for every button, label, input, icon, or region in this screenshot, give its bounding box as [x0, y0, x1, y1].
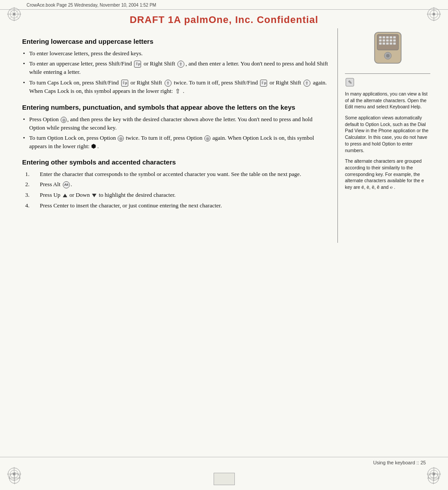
svg-rect-36	[386, 42, 389, 45]
right-shift-icon: ⇧	[177, 61, 184, 68]
list-item: Press Option ◎, and then press the key w…	[22, 115, 329, 132]
right-shift-icon-2: ⇧	[165, 80, 172, 87]
list-item: Enter the character that corresponds to …	[31, 170, 329, 179]
svg-rect-38	[393, 42, 396, 45]
sidebar-note-1: In many applications, you can view a lis…	[345, 91, 430, 110]
sidebar-note-2: Some application views automatically def…	[345, 115, 430, 153]
section-heading-lowercase: Entering lowercase and uppercase letters	[22, 37, 329, 46]
top-meta-text: CrowAce.book Page 25 Wednesday, November…	[27, 3, 156, 8]
arrow-down-icon	[92, 194, 96, 197]
device-svg	[370, 30, 406, 65]
page: CrowAce.book Page 25 Wednesday, November…	[0, 0, 448, 490]
svg-rect-27	[390, 36, 392, 38]
svg-rect-25	[383, 36, 385, 38]
bottom-page-number: 25	[421, 460, 426, 465]
svg-rect-28	[393, 36, 396, 38]
svg-rect-34	[379, 42, 382, 45]
svg-rect-29	[379, 39, 382, 42]
shift-find-icon-2: ⇧p	[121, 80, 128, 87]
svg-text:✎: ✎	[348, 80, 352, 85]
lowercase-bullets: To enter lowercase letters, press the de…	[22, 50, 329, 96]
svg-rect-26	[386, 36, 389, 38]
corner-ornament-bl	[6, 466, 22, 484]
section-heading-symbols: Entering numbers, punctuation, and symbo…	[22, 103, 329, 112]
svg-rect-35	[383, 42, 385, 45]
bottom-bar: Using the keyboard :: 25	[0, 457, 448, 468]
list-item: To enter an uppercase letter, press Shif…	[22, 60, 329, 77]
device-image	[345, 30, 430, 67]
right-shift-icon-3: ⇧	[303, 80, 310, 87]
option-icon-2: ◎	[118, 135, 124, 142]
draft-header: DRAFT 1A palmOne, Inc. Confidential	[0, 10, 448, 28]
shift-find-icon: ⇧p	[134, 61, 141, 68]
svg-rect-31	[386, 39, 389, 42]
svg-point-40	[386, 54, 390, 57]
caps-lock-symbol: ⇧	[175, 87, 180, 96]
corner-ornament-br	[426, 466, 442, 484]
svg-rect-30	[383, 39, 385, 42]
bottom-separator: ::	[417, 460, 419, 465]
bottom-label: Using the keyboard	[373, 460, 415, 465]
bottom-nav-row	[0, 468, 448, 490]
arrow-up-icon	[63, 194, 67, 197]
note-icon-1: ✎	[345, 77, 430, 89]
svg-rect-37	[390, 42, 392, 45]
option-icon: ◎	[61, 117, 67, 123]
other-symbols-steps: Enter the character that corresponds to …	[22, 170, 329, 210]
svg-rect-32	[390, 39, 392, 42]
list-item: To turn Caps Lock on, press Shift/Find ⇧…	[22, 79, 329, 96]
list-item: Press Up or Down to highlight the desire…	[31, 191, 329, 199]
left-column: Entering lowercase and uppercase letters…	[22, 28, 337, 243]
list-item: To enter lowercase letters, press the de…	[22, 50, 329, 58]
option-icon-3: ◎	[204, 135, 211, 142]
small-rect-center	[214, 473, 235, 485]
corner-ornament-tr	[426, 6, 442, 24]
shift-find-icon-3: ⇧p	[260, 80, 267, 87]
svg-rect-24	[379, 36, 382, 38]
top-meta-bar: CrowAce.book Page 25 Wednesday, November…	[0, 0, 448, 10]
list-item: Press Alt Alt.	[31, 180, 329, 189]
draft-header-text: DRAFT 1A palmOne, Inc. Confidential	[130, 14, 318, 25]
svg-rect-33	[393, 39, 396, 42]
main-content: Entering lowercase and uppercase letters…	[0, 28, 448, 243]
corner-ornament-tl	[6, 6, 22, 24]
right-sidebar: ✎ In many applications, you can view a l…	[337, 28, 430, 243]
alt-icon: Alt	[63, 181, 70, 188]
list-item: To turn Option Lock on, press Option ◎ t…	[22, 134, 329, 151]
sidebar-note-3: The alternate characters are grouped acc…	[345, 158, 430, 190]
symbols-bullets: Press Option ◎, and then press the key w…	[22, 115, 329, 151]
sidebar-divider-1	[345, 73, 430, 74]
section-heading-other: Entering other symbols and accented char…	[22, 158, 329, 167]
list-item: Press Center to insert the character, or…	[31, 202, 329, 210]
